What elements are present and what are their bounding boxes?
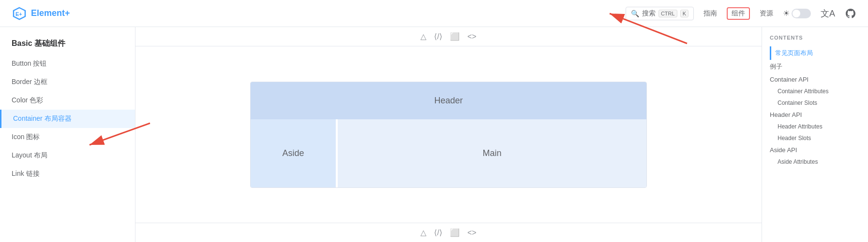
toolbar-bottom-icon-copy[interactable]: ⬜ [450,228,460,237]
theme-toggle[interactable]: ☀ [783,9,811,18]
nav-resource[interactable]: 资源 [760,9,773,18]
nav-right: 🔍 搜索 CTRL K 指南 组件 资源 ☀ [626,7,856,20]
toc-item-6[interactable]: Header Attributes [770,121,860,132]
toolbar-bottom-icon-triangle[interactable]: △ [420,228,426,237]
sidebar-item-icon[interactable]: Icon 图标 [0,128,135,146]
dark-mode-toggle[interactable] [792,9,811,18]
toolbar-icon-copy[interactable]: ⬜ [450,32,460,41]
sun-icon: ☀ [783,9,790,18]
demo-main: Main [338,119,646,187]
toc-item-7[interactable]: Header Slots [770,132,860,144]
translate-button[interactable]: 文A [821,8,835,19]
content-toolbar-top: △ ⟨/⟩ ⬜ <> [135,27,762,46]
search-button[interactable]: 🔍 搜索 CTRL K [626,7,694,20]
toc-item-1[interactable]: 例子 [770,60,860,73]
preview-area: Header Aside Main [135,46,762,223]
logo: E+ Element+ [12,6,70,21]
demo-aside: Aside [251,119,338,187]
k-key: K [680,10,688,17]
sidebar-item-link[interactable]: Link 链接 [0,165,135,183]
toc-item-5[interactable]: Header API [770,109,860,121]
sidebar: Basic 基础组件 Button 按钮 Border 边框 Color 色彩 … [0,27,135,242]
main-layout: Basic 基础组件 Button 按钮 Border 边框 Color 色彩 … [0,27,868,242]
content-area: △ ⟨/⟩ ⬜ <> Header Aside [135,27,762,242]
logo-text: Element+ [31,8,70,18]
toolbar-icon-triangle[interactable]: △ [420,32,426,41]
search-icon: 🔍 [631,10,639,17]
sidebar-item-color[interactable]: Color 色彩 [0,91,135,110]
search-label: 搜索 [642,9,656,18]
content-toolbar-bottom: △ ⟨/⟩ ⬜ <> [135,223,762,242]
toolbar-bottom-icon-bracket[interactable]: ⟨/⟩ [434,228,442,237]
sidebar-item-container[interactable]: Container 布局容器 [0,110,135,128]
sidebar-item-border[interactable]: Border 边框 [0,73,135,91]
demo-body: Aside Main [251,119,646,187]
nav-guide[interactable]: 指南 [703,9,717,18]
container-demo: Header Aside Main [250,82,647,188]
toolbar-bottom-icon-source[interactable]: <> [467,228,477,237]
sidebar-item-layout[interactable]: Layout 布局 [0,146,135,165]
toc-item-9[interactable]: Aside Attributes [770,156,860,168]
sidebar-item-button[interactable]: Button 按钮 [0,55,135,73]
toolbar-icon-source[interactable]: <> [467,32,477,41]
toc-item-0[interactable]: 常见页面布局 [770,46,860,60]
toolbar-icon-code-bracket[interactable]: ⟨/⟩ [434,32,442,41]
github-link[interactable] [845,8,856,19]
toc-item-8[interactable]: Aside API [770,144,860,156]
top-nav: E+ Element+ 🔍 搜索 CTRL K 指南 组件 资源 [0,0,868,27]
right-panel: CONTENTS 常见页面布局 例子 Container API Contain… [762,27,868,242]
sidebar-section-title: Basic 基础组件 [0,35,135,55]
toc-item-3[interactable]: Container Attributes [770,85,860,97]
svg-text:E+: E+ [15,11,22,17]
demo-header: Header [251,82,646,119]
ctrl-key: CTRL [658,10,677,17]
logo-icon: E+ [12,6,27,21]
toc-item-container-slots[interactable]: Container Slots [770,97,860,109]
toc-item-2[interactable]: Container API [770,73,860,85]
nav-component[interactable]: 组件 [727,7,750,20]
github-icon [845,8,856,19]
toc-title: CONTENTS [770,35,860,41]
